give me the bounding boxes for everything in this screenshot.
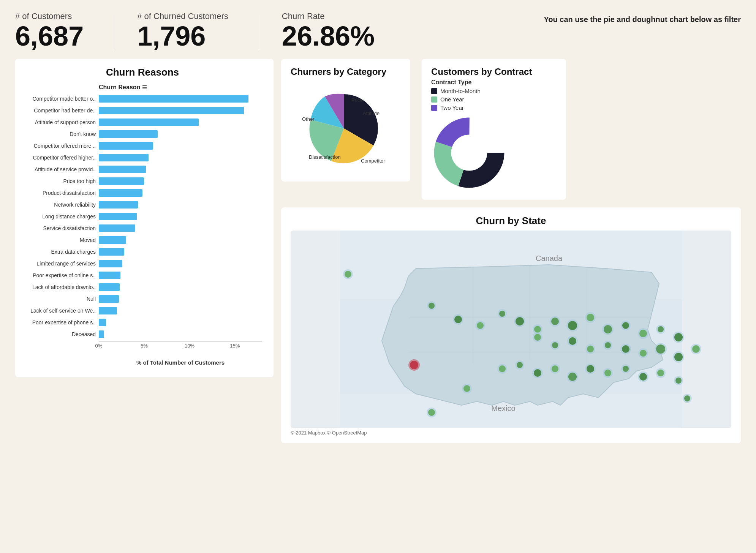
bar-row: Poor expertise of phone s.. — [23, 318, 262, 327]
bar-track — [99, 201, 262, 209]
bar-fill — [99, 130, 158, 138]
map-dot — [691, 344, 701, 354]
kpi-row: # of Customers 6,687 # of Churned Custom… — [15, 11, 741, 55]
map-dot — [453, 314, 463, 325]
bar-fill — [99, 260, 122, 267]
map-dots-container — [291, 231, 731, 428]
map-dot — [602, 324, 614, 335]
bar-fill — [99, 95, 248, 103]
donut-title: Customers by Contract — [431, 66, 557, 77]
bar-track — [99, 107, 262, 114]
kpi-churned: # of Churned Customers 1,796 — [137, 11, 228, 51]
bar-label: Deceased — [23, 331, 99, 337]
bar-row: Lack of affordable downlo.. — [23, 282, 262, 292]
bar-label: Null — [23, 296, 99, 302]
bar-row: Null — [23, 294, 262, 304]
churn-reasons-chart[interactable]: Churn Reasons Churn Reason ☰ Competitor … — [15, 59, 274, 377]
filter-icon[interactable]: ☰ — [142, 84, 147, 90]
map-dot — [585, 312, 596, 323]
bar-track — [99, 319, 262, 326]
map-dot — [656, 368, 666, 378]
customers-by-contract[interactable]: Customers by Contract Contract Type Mont… — [422, 59, 566, 200]
map-dot — [620, 344, 631, 354]
map-dot — [514, 316, 525, 327]
map-dot — [550, 316, 560, 327]
map-container: Canada Mexico — [291, 231, 731, 428]
legend-month-to-month: Month-to-Month — [431, 88, 557, 94]
bar-row: Price too high — [23, 176, 262, 186]
charts-row: Churn Reasons Churn Reason ☰ Competitor … — [15, 59, 741, 443]
bar-track — [99, 130, 262, 138]
bar-row: Long distance charges — [23, 212, 262, 221]
map-title: Churn by State — [291, 215, 731, 227]
churned-value: 1,796 — [137, 21, 228, 51]
column-header: Churn Reason ☰ — [99, 84, 262, 91]
bar-label: Don't know — [23, 131, 99, 137]
pie-chart-wrapper: Attitude Price Other Dissatisfaction Com… — [291, 83, 397, 174]
bar-fill — [99, 142, 153, 150]
churn-by-state[interactable]: Churn by State — [281, 207, 741, 443]
bar-fill — [99, 118, 199, 126]
donut-svg — [431, 115, 507, 191]
kpi-divider-1 — [114, 15, 114, 49]
tick-0: 0% — [95, 343, 103, 349]
map-dot — [683, 394, 692, 403]
customers-label: # of Customers — [15, 11, 84, 21]
donut-hole — [451, 135, 487, 171]
bar-track — [99, 154, 262, 161]
pie-label-attitude: Attitude — [363, 111, 380, 116]
bar-label: Limited range of services — [23, 261, 99, 267]
bar-fill — [99, 213, 137, 220]
bar-label: Poor expertise of phone s.. — [23, 319, 99, 325]
map-dot — [638, 328, 648, 339]
churners-by-category[interactable]: Churners by Category — [281, 59, 410, 182]
map-dot — [585, 344, 595, 354]
pie-label-dissatisfaction: Dissatisfaction — [309, 154, 341, 160]
legend-one-year: One Year — [431, 96, 557, 103]
top-charts: Churners by Category — [281, 59, 741, 200]
bar-row: Competitor offered more .. — [23, 141, 262, 151]
bar-track — [99, 330, 262, 338]
bar-label: Product dissatisfaction — [23, 190, 99, 196]
bar-label: Price too high — [23, 178, 99, 184]
tick-15: 15% — [230, 343, 240, 349]
customers-value: 6,687 — [15, 21, 84, 51]
map-dot — [475, 321, 485, 330]
bar-row: Moved — [23, 235, 262, 245]
map-dot — [603, 368, 613, 378]
bar-row: Don't know — [23, 129, 262, 139]
bar-track — [99, 236, 262, 244]
bar-track — [99, 213, 262, 220]
map-dot — [498, 309, 507, 318]
bar-label: Competitor offered higher.. — [23, 155, 99, 161]
bar-track — [99, 142, 262, 150]
map-dot — [533, 332, 542, 342]
map-dot — [603, 341, 612, 350]
bar-fill — [99, 272, 120, 279]
legend-dot-m2m — [431, 88, 437, 94]
bar-label: Competitor made better o.. — [23, 96, 99, 102]
bar-fill — [99, 224, 135, 232]
bar-label: Poor expertise of online s.. — [23, 272, 99, 278]
kpi-churn-rate: Churn Rate 26.86% — [282, 11, 375, 51]
map-dot — [655, 343, 667, 355]
map-dot — [673, 351, 684, 363]
bar-label: Service dissatisfaction — [23, 225, 99, 231]
map-credit: © 2021 Mapbox © OpenStreetMap — [291, 430, 731, 436]
bar-row: Attitude of support person — [23, 117, 262, 127]
bar-fill — [99, 201, 138, 209]
bar-row: Extra data charges — [23, 247, 262, 257]
map-dot — [621, 364, 630, 373]
legend-label-m2m: Month-to-Month — [440, 88, 481, 94]
bar-track — [99, 272, 262, 279]
map-dot — [462, 384, 472, 393]
bars-container: Competitor made better o..Competitor had… — [23, 94, 262, 339]
bar-row: Competitor had better de.. — [23, 106, 262, 115]
bar-track — [99, 307, 262, 314]
bar-fill — [99, 236, 126, 244]
tick-5: 5% — [141, 343, 148, 349]
bar-label: Moved — [23, 237, 99, 243]
pie-title: Churners by Category — [291, 66, 401, 77]
bar-fill — [99, 283, 120, 291]
churn-rate-value: 26.86% — [282, 21, 375, 51]
